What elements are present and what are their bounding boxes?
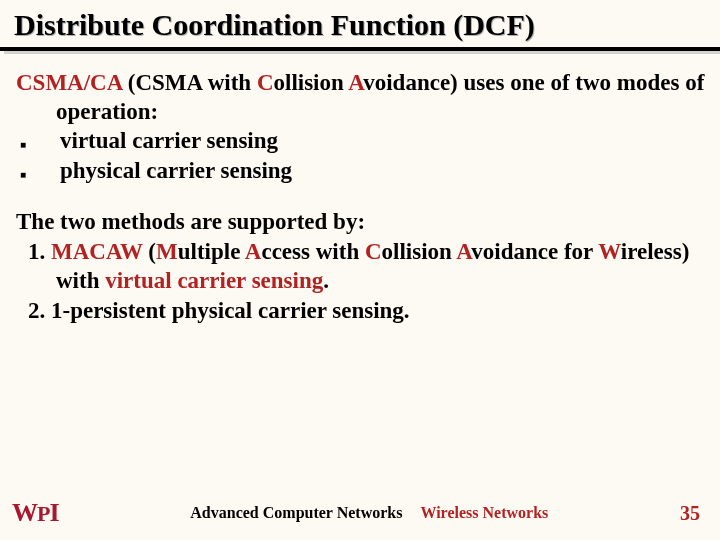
list-item-2: 2. 1-persistent physical carrier sensing…: [16, 296, 708, 325]
bullet-text: physical carrier sensing: [60, 156, 708, 185]
t2: ultiple: [178, 239, 245, 264]
num-prefix: 1.: [28, 239, 51, 264]
intro-paragraph: CSMA/CA (CSMA with Collision Avoidance) …: [16, 68, 708, 127]
wpi-logo: WPI: [12, 498, 59, 528]
t5: voidance for: [471, 239, 598, 264]
m-letter: M: [156, 239, 178, 264]
bullet-icon: ■: [16, 169, 60, 182]
t3: ccess with: [261, 239, 364, 264]
slide-body: CSMA/CA (CSMA with Collision Avoidance) …: [0, 54, 720, 326]
slide-title: Distribute Coordination Function (DCF): [0, 0, 720, 47]
intro-text-2: ollision: [274, 70, 349, 95]
av-letter: A: [456, 239, 471, 264]
supported-intro: The two methods are supported by:: [16, 207, 708, 236]
bullet-text: virtual carrier sensing: [60, 126, 708, 155]
logo-p: P: [37, 501, 49, 527]
csma-ca-term: CSMA/CA: [16, 70, 122, 95]
w-letter: W: [598, 239, 621, 264]
logo-i: I: [49, 498, 58, 528]
intro-c: C: [257, 70, 274, 95]
slide-footer: WPI Advanced Computer Networks Wireless …: [0, 498, 720, 528]
title-underline-shadow: [4, 51, 720, 54]
bullet-item: ■ virtual carrier sensing: [16, 126, 708, 155]
slide: Distribute Coordination Function (DCF) C…: [0, 0, 720, 540]
intro-a: A: [348, 70, 363, 95]
c-letter: C: [365, 239, 382, 264]
logo-w: W: [12, 498, 37, 528]
macaw-term: MACAW: [51, 239, 143, 264]
vcs-term: virtual carrier sensing: [105, 268, 323, 293]
footer-center: Advanced Computer Networks Wireless Netw…: [59, 504, 680, 522]
t4: ollision: [382, 239, 457, 264]
t1: (: [143, 239, 156, 264]
page-number: 35: [680, 502, 700, 525]
bullet-item: ■ physical carrier sensing: [16, 156, 708, 185]
a-letter: A: [245, 239, 262, 264]
bullet-icon: ■: [16, 139, 60, 152]
footer-course: Advanced Computer Networks: [190, 504, 402, 521]
list-item-1: 1. MACAW (Multiple Access with Collision…: [16, 237, 708, 296]
dot: .: [323, 268, 329, 293]
intro-text-1: (CSMA with: [122, 70, 257, 95]
footer-topic: Wireless Networks: [420, 504, 548, 521]
